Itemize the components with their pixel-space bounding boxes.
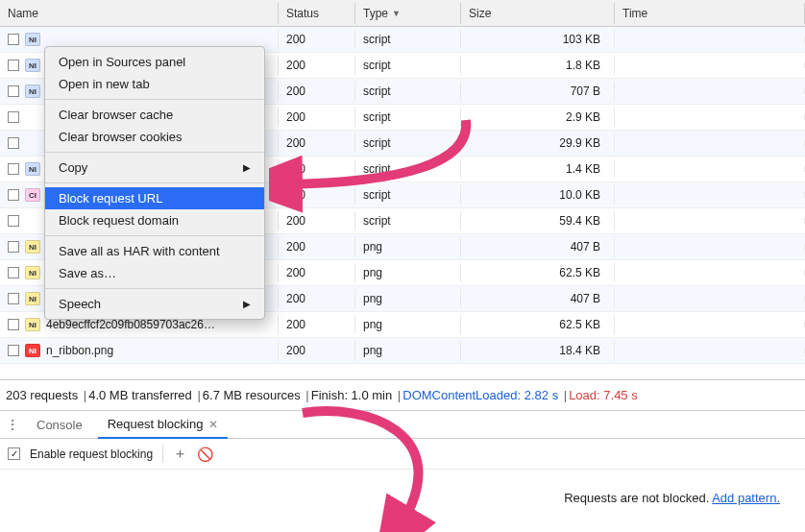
col-header-status[interactable]: Status [279,3,355,24]
cell-size: 62.5 KB [461,315,615,334]
status-transferred: 4.0 MB transferred [88,388,203,402]
cell-status: 200 [279,211,355,230]
menu-item[interactable]: Clear browser cache [45,104,264,126]
menu-item-label: Copy [59,160,87,175]
menu-item-label: Save as… [59,266,116,280]
cell-type: script [355,133,461,153]
enable-blocking-checkbox[interactable]: ✓ [8,447,20,460]
name-text: n_ribbon.png [46,344,113,357]
tab-request-blocking[interactable]: Request blocking ✕ [98,411,229,439]
clear-patterns-icon[interactable]: 🚫 [197,447,213,462]
table-header: Name Status Type ▼ Size Time [0,0,805,27]
cell-time [615,322,805,327]
blocking-toolbar: ✓ Enable request blocking ＋ 🚫 [0,439,805,470]
row-checkbox[interactable] [8,60,19,71]
row-checkbox[interactable] [8,34,19,45]
status-finish: Finish: 1.0 min [311,388,403,402]
menu-item[interactable]: Save all as HAR with content [45,240,264,262]
menu-separator [45,152,264,153]
col-header-type[interactable]: Type ▼ [355,3,461,24]
initiator-badge: NI [25,318,40,331]
cell-type: png [355,289,461,308]
cell-type: script [355,211,461,230]
menu-item-label: Block request domain [59,213,179,228]
menu-item[interactable]: Block request domain [45,209,264,231]
cell-status: 200 [279,82,355,101]
table-row[interactable]: NIn_ribbon.png200png18.4 KB [0,338,805,364]
cell-type: script [355,56,461,75]
cell-size: 407 B [461,289,615,308]
initiator-badge [25,214,40,228]
status-dcl: DOMContentLoaded: 2.82 s [402,388,569,402]
status-load: Load: 7.45 s [569,388,642,402]
cell-time [615,166,805,172]
name-text: 4eb9ecffcf2c09fb0859703ac26… [46,318,215,331]
initiator-badge: NI [25,33,40,46]
drawer-menu-icon[interactable]: ⋮ [4,417,21,432]
cell-size: 407 B [461,237,615,256]
initiator-badge [25,136,40,150]
row-checkbox[interactable] [8,189,19,201]
add-pattern-icon[interactable]: ＋ [162,445,187,463]
menu-item[interactable]: Copy▶ [45,157,264,179]
cell-status: 200 [279,159,355,179]
status-bar: 203 requests 4.0 MB transferred 6.7 MB r… [0,379,805,410]
menu-item[interactable]: Speech▶ [45,293,264,315]
cell-status: 200 [279,315,355,334]
row-checkbox[interactable] [8,111,19,123]
cell-status: 200 [279,133,355,153]
cell-time [615,270,805,276]
cell-status: 200 [279,56,355,75]
row-checkbox[interactable] [8,319,19,330]
menu-item[interactable]: Open in Sources panel [45,51,264,73]
add-pattern-link[interactable]: Add pattern. [712,491,780,505]
enable-blocking-label: Enable request blocking [30,447,153,461]
cell-time [615,62,805,68]
tab-console[interactable]: Console [27,412,92,438]
row-checkbox[interactable] [8,163,19,175]
cell-time [615,140,805,146]
context-menu: Open in Sources panelOpen in new tabClea… [44,46,265,320]
chevron-right-icon: ▶ [243,299,251,309]
cell-size: 62.5 KB [461,263,615,282]
status-resources: 6.7 MB resources [203,388,311,402]
initiator-badge: NI [25,344,40,357]
cell-time [615,218,805,224]
row-checkbox[interactable] [8,241,19,253]
col-header-size[interactable]: Size [461,3,615,24]
cell-name: NIn_ribbon.png [0,341,279,360]
menu-item-label: Open in Sources panel [59,55,185,69]
col-header-time[interactable]: Time [615,3,805,24]
menu-item[interactable]: Clear browser cookies [45,126,264,148]
table-gap [0,364,805,379]
cell-size: 2.9 KB [461,108,615,127]
close-icon[interactable]: ✕ [208,418,218,431]
menu-separator [45,99,264,100]
menu-item-label: Save all as HAR with content [59,244,220,258]
row-checkbox[interactable] [8,215,19,227]
col-header-name[interactable]: Name [0,3,279,24]
menu-item-label: Open in new tab [59,77,150,91]
cell-time [615,88,805,94]
row-checkbox[interactable] [8,267,19,278]
row-checkbox[interactable] [8,293,19,304]
row-checkbox[interactable] [8,345,19,356]
cell-type: script [355,82,461,101]
row-checkbox[interactable] [8,137,19,149]
menu-item[interactable]: Open in new tab [45,73,264,95]
cell-type: script [355,108,461,127]
cell-size: 59.4 KB [461,211,615,230]
menu-item[interactable]: Save as… [45,262,264,284]
tab-request-blocking-label: Request blocking [108,417,204,431]
col-header-type-label: Type [363,7,388,20]
menu-item[interactable]: Block request URL [45,187,264,209]
row-checkbox[interactable] [8,85,19,97]
cell-type: script [355,159,461,179]
cell-status: 200 [279,289,355,308]
cell-status: 200 [279,108,355,127]
cell-size: 707 B [461,82,615,101]
drawer-tabs: ⋮ Console Request blocking ✕ [0,410,805,439]
status-requests: 203 requests [6,388,88,402]
chevron-right-icon: ▶ [243,162,251,173]
cell-time [615,192,805,198]
